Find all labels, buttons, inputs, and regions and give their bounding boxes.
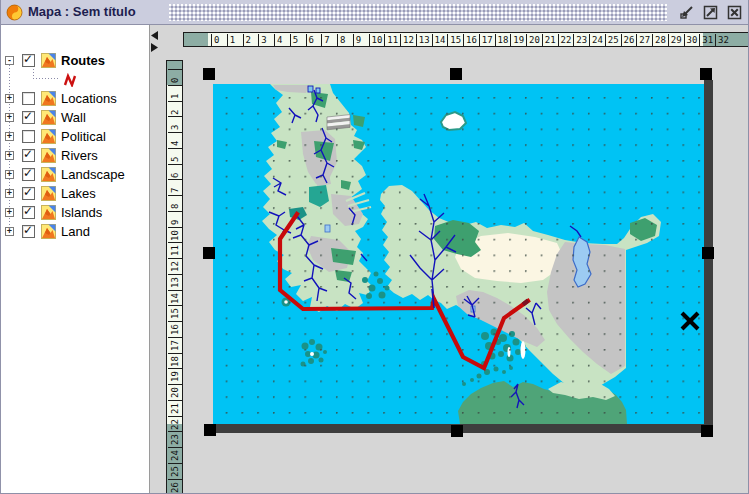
ruler-tick bbox=[321, 34, 322, 46]
iconify-button[interactable] bbox=[677, 3, 696, 22]
layer-visibility-checkbox[interactable]: ✓ bbox=[22, 149, 35, 162]
layer-row-routes[interactable]: -✓Routes bbox=[1, 51, 149, 70]
layer-icon bbox=[41, 110, 56, 125]
ruler-number: 28 bbox=[655, 35, 666, 45]
layer-label: Land bbox=[61, 222, 90, 241]
layer-row-land[interactable]: +✓Land bbox=[1, 222, 149, 241]
layer-label: Lakes bbox=[61, 184, 96, 203]
ruler-number: 19 bbox=[170, 371, 180, 382]
selection-handle-middle-left[interactable] bbox=[203, 247, 215, 259]
titlebar-texture bbox=[169, 4, 667, 21]
selection-handle-top-right[interactable] bbox=[700, 68, 712, 80]
map-canvas[interactable] bbox=[213, 84, 704, 424]
ruler-number: 9 bbox=[170, 219, 180, 224]
layer-visibility-checkbox[interactable] bbox=[22, 130, 35, 143]
dot-grid bbox=[213, 84, 704, 424]
tree-expander[interactable]: + bbox=[5, 151, 14, 160]
tree-expander[interactable]: + bbox=[5, 94, 14, 103]
layer-row-political[interactable]: +Political bbox=[1, 127, 149, 146]
layer-row-lakes[interactable]: +✓Lakes bbox=[1, 184, 149, 203]
tree-expander[interactable]: + bbox=[5, 189, 14, 198]
layer-visibility-checkbox[interactable] bbox=[22, 92, 35, 105]
ruler-tick bbox=[168, 211, 182, 212]
layer-icon bbox=[41, 148, 56, 163]
layer-visibility-checkbox[interactable]: ✓ bbox=[22, 206, 35, 219]
triangle-right-icon bbox=[151, 43, 159, 52]
selection-handle-top-left[interactable] bbox=[203, 68, 215, 80]
close-button[interactable] bbox=[725, 3, 744, 22]
tree-expander[interactable]: + bbox=[5, 113, 14, 122]
ruler-tick bbox=[384, 34, 385, 46]
layer-row-islands[interactable]: +✓Islands bbox=[1, 203, 149, 222]
ruler-tick bbox=[168, 116, 182, 117]
ruler-tick bbox=[306, 34, 307, 46]
selection-handle-middle-right[interactable] bbox=[702, 247, 714, 259]
ruler-tick bbox=[168, 148, 182, 149]
ruler-tick bbox=[168, 290, 182, 291]
check-icon: ✓ bbox=[23, 147, 33, 161]
layer-icon bbox=[41, 129, 56, 144]
ruler-number: 5 bbox=[170, 156, 180, 161]
selection-handle-bottom-middle[interactable] bbox=[451, 425, 463, 437]
ruler-tick bbox=[605, 34, 606, 46]
layer-visibility-checkbox[interactable]: ✓ bbox=[22, 54, 35, 67]
ruler-number: 0 bbox=[170, 78, 180, 83]
route-child-row[interactable] bbox=[1, 70, 149, 89]
ruler-tick bbox=[369, 34, 370, 46]
ruler-tick bbox=[542, 34, 543, 46]
layer-row-landscape[interactable]: +✓Landscape bbox=[1, 165, 149, 184]
splitter-collapse-right-button[interactable] bbox=[151, 40, 159, 49]
ruler-tick bbox=[479, 34, 480, 46]
layer-label: Islands bbox=[61, 203, 102, 222]
tree-expander[interactable]: + bbox=[5, 208, 14, 217]
iconify-arrow-icon bbox=[677, 3, 696, 22]
ruler-number: 4 bbox=[170, 141, 180, 146]
tree-expander[interactable]: - bbox=[5, 56, 14, 65]
ruler-tick bbox=[699, 34, 700, 46]
app-swirl-icon bbox=[6, 4, 23, 21]
ruler-number: 12 bbox=[170, 261, 180, 272]
splitter-collapse-left-button[interactable] bbox=[151, 28, 159, 37]
vertical-ruler: 0123456789101112131415161718192021222324… bbox=[166, 60, 183, 494]
tree-expander[interactable]: + bbox=[5, 132, 14, 141]
ruler-tick bbox=[353, 34, 354, 46]
layer-label: Rivers bbox=[61, 146, 98, 165]
layer-visibility-checkbox[interactable]: ✓ bbox=[22, 168, 35, 181]
ruler-number: 12 bbox=[403, 35, 414, 45]
ruler-tick bbox=[168, 305, 182, 306]
ruler-number: 32 bbox=[718, 35, 729, 45]
ruler-tick bbox=[447, 34, 448, 46]
layer-label: Locations bbox=[61, 89, 117, 108]
selection-handle-bottom-right[interactable] bbox=[701, 425, 713, 437]
ruler-number: 16 bbox=[466, 35, 477, 45]
ruler-number: 4 bbox=[277, 35, 282, 45]
layer-visibility-checkbox[interactable]: ✓ bbox=[22, 225, 35, 238]
maximize-button[interactable] bbox=[701, 3, 720, 22]
ruler-number: 1 bbox=[170, 93, 180, 98]
ruler-tick bbox=[168, 416, 182, 417]
selection-handle-bottom-left[interactable] bbox=[204, 424, 216, 436]
tree-expander[interactable]: + bbox=[5, 170, 14, 179]
layer-icon bbox=[41, 53, 56, 68]
ruler-number: 1 bbox=[230, 35, 235, 45]
layer-visibility-checkbox[interactable]: ✓ bbox=[22, 187, 35, 200]
window-titlebar[interactable]: Mapa : Sem título bbox=[1, 0, 749, 25]
ruler-tick bbox=[168, 479, 182, 480]
check-icon: ✓ bbox=[23, 223, 33, 237]
ruler-number: 14 bbox=[170, 293, 180, 304]
layer-row-locations[interactable]: +Locations bbox=[1, 89, 149, 108]
ruler-number: 22 bbox=[561, 35, 572, 45]
ruler-number: 25 bbox=[170, 466, 180, 477]
ruler-tick bbox=[168, 400, 182, 401]
layer-row-wall[interactable]: +✓Wall bbox=[1, 108, 149, 127]
split-divider[interactable] bbox=[150, 25, 164, 494]
layer-visibility-checkbox[interactable]: ✓ bbox=[22, 111, 35, 124]
ruler-number: 2 bbox=[170, 109, 180, 114]
check-icon: ✓ bbox=[23, 52, 33, 66]
layer-row-rivers[interactable]: +✓Rivers bbox=[1, 146, 149, 165]
ruler-tick bbox=[168, 132, 182, 133]
ruler-tick bbox=[668, 34, 669, 46]
tree-expander[interactable]: + bbox=[5, 227, 14, 236]
selection-handle-top-middle[interactable] bbox=[450, 68, 462, 80]
ruler-tick bbox=[168, 242, 182, 243]
